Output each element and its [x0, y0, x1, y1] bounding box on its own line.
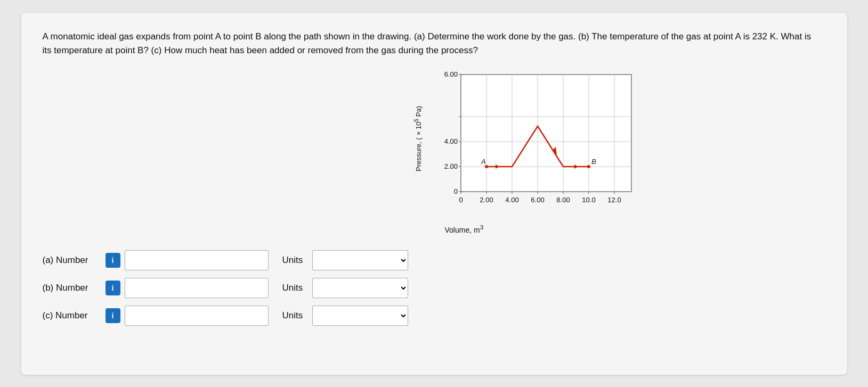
svg-text:8.00: 8.00	[556, 196, 570, 204]
answers-area: (a) Number i Units (b) Number i Units (c…	[43, 250, 826, 326]
units-label-a: Units	[282, 255, 308, 266]
problem-text: A monatomic ideal gas expands from point…	[43, 30, 815, 58]
svg-text:4.00: 4.00	[444, 137, 457, 145]
answer-row-b: (b) Number i Units	[43, 278, 826, 298]
answer-c-label: (c) Number	[43, 310, 101, 321]
svg-text:B: B	[591, 158, 596, 166]
x-axis-label-container: Volume, m3	[445, 224, 647, 235]
chart-svg-container: 6.00 4.00 2.00 0 0 2.00 4.00	[434, 69, 647, 224]
svg-text:10.0: 10.0	[582, 196, 595, 204]
answer-row-c: (c) Number i Units	[43, 306, 826, 326]
svg-text:4.00: 4.00	[505, 196, 518, 204]
main-card: A monatomic ideal gas expands from point…	[21, 13, 847, 375]
units-select-a[interactable]	[312, 250, 408, 270]
number-input-b[interactable]	[125, 278, 269, 298]
svg-text:12.0: 12.0	[607, 196, 621, 204]
answer-row-a: (a) Number i Units	[43, 250, 826, 270]
svg-text:0: 0	[459, 196, 463, 204]
svg-point-39	[587, 165, 590, 168]
units-select-b[interactable]	[312, 278, 408, 298]
units-label-b: Units	[282, 283, 308, 293]
svg-text:2.00: 2.00	[480, 196, 493, 204]
chart-area: Pressure, (×105 Pa)	[250, 69, 815, 234]
chart-wrapper: Pressure, (×105 Pa)	[418, 69, 647, 234]
left-area	[43, 69, 245, 229]
answer-b-label: (b) Number	[43, 283, 101, 293]
units-label-c: Units	[282, 310, 308, 321]
number-input-a[interactable]	[125, 250, 269, 270]
y-axis-label: Pressure, (×105 Pa)	[413, 106, 423, 171]
svg-text:6.00: 6.00	[531, 196, 544, 204]
info-button-c[interactable]: i	[106, 308, 120, 323]
svg-text:A: A	[481, 158, 486, 166]
svg-point-37	[485, 165, 488, 168]
number-input-c[interactable]	[125, 306, 269, 326]
content-area: Pressure, (×105 Pa)	[43, 69, 826, 234]
answer-a-label: (a) Number	[43, 255, 101, 266]
svg-text:2.00: 2.00	[444, 162, 457, 170]
svg-text:6.00: 6.00	[444, 70, 457, 78]
units-select-c[interactable]	[312, 306, 408, 326]
x-axis-label: Volume, m3	[445, 226, 484, 234]
svg-text:0: 0	[453, 187, 457, 195]
info-button-b[interactable]: i	[106, 281, 120, 295]
info-button-a[interactable]: i	[106, 253, 120, 268]
